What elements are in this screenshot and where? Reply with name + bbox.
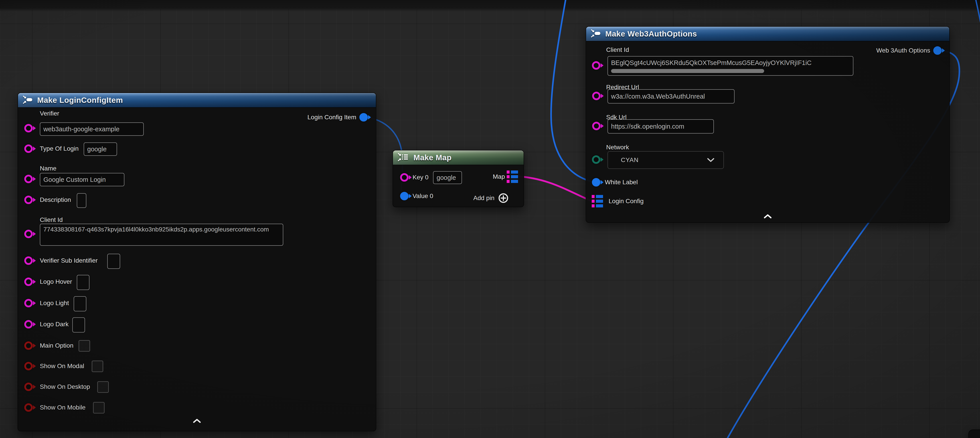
logo-light-input[interactable] [74, 296, 86, 311]
pin-label-map-output: Map [493, 173, 505, 180]
pin-label-white-label: White Label [605, 179, 638, 186]
pin-show-on-modal[interactable] [24, 362, 33, 370]
make-struct-icon [591, 29, 601, 39]
pin-label-type-of-login: Type Of Login [40, 145, 78, 152]
pin-value-0[interactable] [400, 192, 409, 200]
client-id-input[interactable]: BEglQSgt4cUWcj6SKRdu5QkOXTsePmMcusG5EAoy… [608, 56, 853, 76]
node-make-web3authoptions[interactable]: Make Web3AuthOptions Web 3Auth Options C… [586, 26, 950, 223]
pin-white-label[interactable] [592, 178, 600, 186]
node-header[interactable]: Make LoginConfigItem [18, 93, 376, 107]
pin-main-option[interactable] [24, 341, 33, 350]
pin-type-of-login[interactable] [24, 145, 33, 153]
show-on-modal-checkbox[interactable] [92, 360, 103, 372]
pin-label-logo-light: Logo Light [40, 299, 69, 307]
client-id-input[interactable]: 774338308167-q463s7kpvja16l4l0kko3nb925i… [40, 224, 283, 246]
pin-web3auth-options-output[interactable] [933, 46, 942, 55]
node-header[interactable]: Make Map [393, 150, 523, 165]
node-make-map[interactable]: Make Map Key 0 google Map Value 0 Add pi… [393, 150, 524, 207]
pin-label-show-on-desktop: Show On Desktop [40, 383, 90, 390]
node-title: Make Map [414, 153, 452, 162]
pin-client-id[interactable] [24, 230, 33, 238]
offscreen-node-corner[interactable] [969, 430, 980, 438]
add-pin-button[interactable]: Add pin [473, 193, 509, 204]
pin-redirect-url[interactable] [592, 92, 601, 100]
type-of-login-input[interactable]: google [84, 142, 117, 156]
pin-label-show-on-mobile: Show On Mobile [40, 404, 86, 411]
sdk-url-input[interactable]: https://sdk.openlogin.com [608, 119, 714, 134]
client-id-scrollbar[interactable] [611, 69, 764, 73]
plus-circle-icon [498, 193, 509, 204]
pin-label-client-id: Client Id [40, 216, 63, 223]
node-header[interactable]: Make Web3AuthOptions [586, 27, 949, 41]
show-on-desktop-checkbox[interactable] [97, 381, 109, 393]
node-title: Make LoginConfigItem [37, 96, 123, 105]
pin-label-main-option: Main Option [40, 342, 73, 349]
pin-description[interactable] [24, 196, 33, 204]
pin-label-value-0: Value 0 [412, 193, 433, 200]
node-title: Make Web3AuthOptions [605, 29, 697, 38]
pin-label-show-on-modal: Show On Modal [40, 363, 84, 370]
collapse-node-button[interactable] [192, 419, 201, 424]
pin-client-id[interactable] [592, 61, 600, 70]
pin-label-network: Network [606, 144, 629, 151]
make-map-icon [398, 153, 409, 162]
description-input[interactable] [77, 193, 86, 208]
pin-label-logo-hover: Logo Hover [40, 278, 72, 285]
add-pin-label: Add pin [473, 194, 495, 202]
pin-label-key-0: Key 0 [412, 174, 429, 181]
pin-label-logo-dark: Logo Dark [40, 321, 68, 328]
output-pin-label: Web 3Auth Options [876, 47, 930, 54]
pin-label-name: Name [40, 165, 57, 172]
main-option-checkbox[interactable] [78, 340, 90, 352]
pin-network[interactable] [592, 155, 600, 164]
redirect-url-input[interactable]: w3a://com.w3a.Web3AuthUnreal [608, 89, 735, 104]
logo-hover-input[interactable] [77, 275, 89, 290]
pin-verifier-sub-identifier[interactable] [24, 256, 33, 265]
pin-show-on-desktop[interactable] [24, 382, 33, 391]
chevron-up-icon [763, 214, 772, 219]
pin-label-verifier: Verifier [40, 110, 59, 117]
key-0-input[interactable]: google [433, 171, 462, 184]
pin-sdk-url[interactable] [592, 122, 601, 130]
logo-dark-input[interactable] [72, 317, 85, 333]
pin-logo-dark[interactable] [24, 320, 33, 328]
node-make-loginconfigitem[interactable]: Make LoginConfigItem Login Config Item V… [18, 92, 376, 431]
pin-verifier[interactable] [24, 124, 33, 132]
verifier-input[interactable]: web3auth-google-example [40, 123, 144, 136]
output-pin-label: Login Config Item [307, 114, 356, 121]
verifier-sub-identifier-input[interactable] [107, 254, 120, 269]
pin-login-config-item-output[interactable] [360, 113, 368, 121]
make-struct-icon [23, 95, 33, 105]
chevron-up-icon [192, 419, 201, 423]
name-input[interactable]: Google Custom Login [40, 173, 124, 186]
pin-label-client-id: Client Id [606, 46, 629, 53]
pin-label-description: Description [40, 196, 71, 204]
collapse-node-button[interactable] [763, 214, 772, 220]
pin-name[interactable] [24, 175, 33, 183]
pin-logo-light[interactable] [24, 299, 33, 307]
wire-map-to-loginconfig[interactable] [517, 176, 590, 200]
wire-edge-stub[interactable] [975, 0, 980, 22]
show-on-mobile-checkbox[interactable] [93, 402, 105, 414]
network-dropdown[interactable]: CYAN [608, 151, 724, 169]
pin-label-login-config: Login Config [609, 197, 644, 205]
pin-key-0[interactable] [400, 173, 409, 182]
chevron-down-icon [707, 158, 714, 162]
pin-label-verifier-sub-identifier: Verifier Sub Identifier [40, 257, 98, 264]
pin-show-on-mobile[interactable] [24, 403, 33, 412]
pin-login-config[interactable] [592, 195, 603, 207]
blueprint-graph-canvas[interactable]: Make LoginConfigItem Login Config Item V… [0, 0, 980, 438]
pin-logo-hover[interactable] [24, 277, 33, 286]
pin-map-output[interactable] [507, 170, 518, 183]
